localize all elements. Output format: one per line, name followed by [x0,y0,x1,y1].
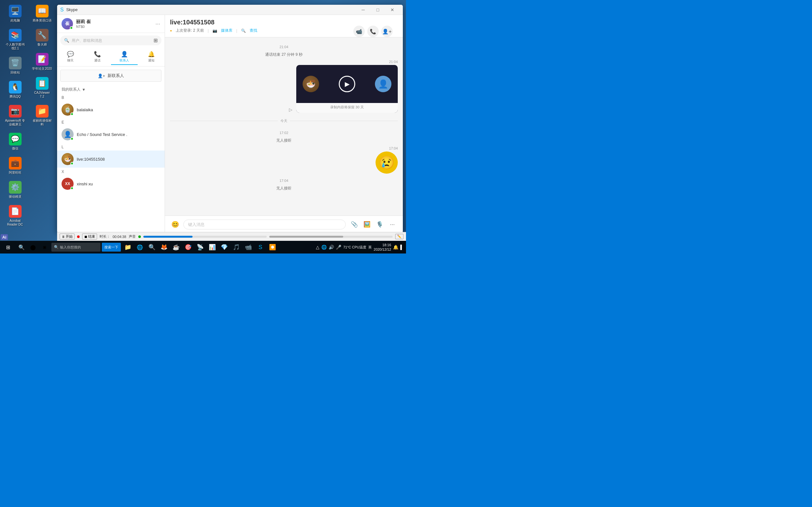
taskbar-search-input[interactable] [60,245,98,249]
taskbar-taskview[interactable]: ▣ [39,241,50,253]
taskbar-app-ie[interactable]: 🌐 [134,241,146,253]
recording-progress [269,236,393,238]
desktop-icon-english[interactable]: 📖 商务英语口语 [30,3,54,24]
taskbar-app-video[interactable]: 📹 [243,241,254,253]
image-button[interactable]: 🖼️ [362,219,372,230]
online-indicator [70,26,73,30]
tray-volume[interactable]: 🔊 [328,245,334,250]
taskbar-app-gem[interactable]: 💎 [218,241,230,253]
desktop-icon-cuili[interactable]: 📁 崔丽莉请假材料 [30,103,54,128]
search-link[interactable]: 查找 [250,28,257,33]
desktop-icon-label: 个人数字图书馆2.1 [5,43,26,50]
call-tab-icon: 📞 [94,51,101,58]
taskbar-app-skype[interactable]: S [255,241,266,253]
msg-status: 通话结束 27 分钟 9 秒 [170,52,398,57]
tray-time-value: 18:16 [374,243,391,247]
attachment-button[interactable]: 📎 [349,219,360,230]
contact-avatar-wrap: XX [61,178,73,190]
taskbar: ⊞ 🔍 ⬤ ▣ 🔍 搜索一下 📁 🌐 🔍 🦊 ☕ 🎯 📡 📊 💎 🎵 📹 S ⏺… [0,241,406,253]
start-button[interactable]: ⊞ [0,241,16,253]
taskbar-app-network[interactable]: 📡 [194,241,206,253]
desktop-icon-acrobat[interactable]: 📄 Acrobat Reader DC [3,204,27,228]
contact-echo[interactable]: 👤 Echo / Sound Test Service . [57,126,165,143]
message-input[interactable] [183,220,346,229]
desktop-icon-library[interactable]: 📚 个人数字图书馆2.1 [3,27,27,52]
add-contact-label: 新联系人 [107,73,124,78]
taskbar-search-button[interactable]: 搜索一下 [102,243,121,251]
desktop-icon-wechat[interactable]: 💬 微信 [3,131,27,152]
tab-call[interactable]: 📞 通话 [84,49,111,65]
taskbar-app-record[interactable]: ⏺️ [267,241,278,253]
pen-tool-button[interactable]: ✏️ [395,234,403,239]
pause-record-button[interactable]: ⏸ ⏸ 开始 开始 [60,233,74,239]
voice-call-button[interactable]: 📞 [367,26,379,37]
tab-chat[interactable]: 💬 聊天 [57,49,84,65]
close-button[interactable]: ✕ [385,5,400,15]
video-call-button[interactable]: 📹 [353,26,365,37]
tray-date-value: 2020/12/12 [374,247,391,251]
contact-xinshi[interactable]: XX xinshi xu [57,175,165,192]
more-options-button[interactable]: ··· [155,20,160,27]
receiver-avatar: 👤 [375,76,392,92]
chat-title: live:104551508 [170,19,257,26]
desktop-icon-apowersoft[interactable]: 📷 Apowersoft 专业截屏王 [3,103,27,128]
desktop-icon-qq[interactable]: 🐧 腾讯QQ [3,79,27,100]
media-library-link[interactable]: 媒体库 [221,28,233,33]
volume-progress [143,236,267,238]
tray-notification[interactable]: 🔔 [393,245,398,250]
msg-time: 17:02 [170,131,398,135]
desktop: 🖥️ 此电脑 📚 个人数字图书馆2.1 🗑️ 回收站 🐧 腾讯QQ 📷 Apow… [0,0,406,253]
search-input[interactable] [72,38,151,43]
contact-balalaika[interactable]: 🍵 balalaika [57,101,165,118]
record-dot-green [138,235,141,238]
taskbar-app-explorer[interactable]: 📁 [122,241,134,253]
profile-header: 崔 丽莉 崔 NT$0 ··· [57,15,165,33]
taskbar-search-icon[interactable]: 🔍 [16,241,27,253]
play-button[interactable]: ▶ [339,76,355,92]
tray-desktop[interactable]: ▌ [400,245,403,250]
tray-clock[interactable]: 18:16 2020/12/12 [374,243,391,252]
contact-live[interactable]: 🍜 live:104551508 [57,151,165,168]
desktop-icon-driver[interactable]: ⚙️ 驱动精灵 [3,179,27,200]
maximize-button[interactable]: □ [370,5,385,15]
add-person-button[interactable]: 👤+ [381,26,393,37]
recording-card: 🍜 ▶ 👤 录制内容将保留 30 天 [296,65,398,113]
desktop-icon-recycle[interactable]: 🗑️ 回收站 [3,55,27,76]
microphone-button[interactable]: 🎙️ [374,219,385,230]
minimize-button[interactable]: ─ [356,5,370,15]
chat-tab-icon: 💬 [67,51,74,58]
tray-lang[interactable]: 英 [368,245,372,250]
skype-window: S Skype ─ □ ✕ 崔 丽莉 崔 NT$0 [57,5,403,233]
tray-expand[interactable]: △ [316,245,319,250]
right-panel: live:104551508 ● 上次登录: 2 天前 | 📷 媒体库 | 🔍 … [165,15,403,233]
more-actions-button[interactable]: ··· [387,219,398,230]
msg-timestamp: 17:04 [389,147,398,150]
desktop-icon-alibaba[interactable]: 💼 阿里旺旺 [3,155,27,176]
desktop-icon-lumaster[interactable]: 🔧 鲁大师 [30,27,54,48]
tray-mic[interactable]: 🎤 [336,245,341,250]
msg-divider: 今天 [170,118,398,123]
tray-network[interactable]: 🌐 [321,245,327,250]
tab-notify[interactable]: 🔔 通知 [138,49,165,65]
caller-avatar: 🍜 [303,76,319,92]
add-contact-button[interactable]: 👤+ 新联系人 [60,70,161,82]
stop-record-button[interactable]: ⏹ 结束 [82,233,97,239]
taskbar-app-music[interactable]: 🎵 [231,241,242,253]
contacts-tab-icon: 👤 [121,51,128,58]
desktop-icon-computer[interactable]: 🖥️ 此电脑 [3,3,27,24]
grid-icon[interactable]: ⊞ [154,38,158,43]
taskbar-app-game[interactable]: 🎯 [183,241,194,253]
tab-contacts[interactable]: 👤 联系人 [111,49,138,65]
msg-status: 无人接听 [170,186,398,191]
emoji-button[interactable]: 😊 [170,219,180,229]
taskbar-app-data[interactable]: 📊 [206,241,218,253]
desktop-icon-thesis[interactable]: 📝 学年论文2020 [30,51,54,72]
taskbar-app-search[interactable]: 🔍 [146,241,158,253]
left-panel: 崔 丽莉 崔 NT$0 ··· 🔍 ⊞ [57,15,165,233]
taskbar-app-chrome[interactable]: 🦊 [158,241,170,253]
taskbar-cortana[interactable]: ⬤ [27,241,39,253]
time-value: 00:04:38 [113,235,126,239]
desktop-icon-cajviewer[interactable]: 📋 CAJViewer 7.2 [30,75,54,100]
last-login: 上次登录: 2 天前 [176,28,204,33]
taskbar-app-java[interactable]: ☕ [170,241,182,253]
